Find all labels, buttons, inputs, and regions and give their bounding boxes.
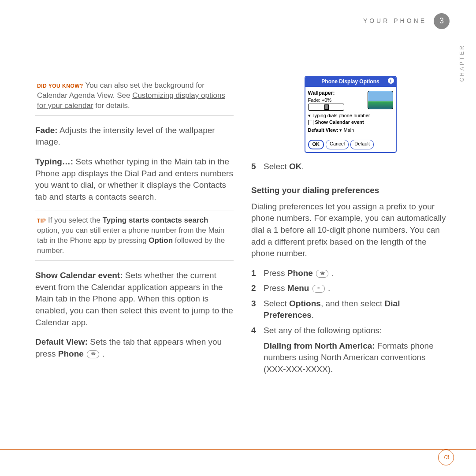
dyk-trail: for details. <box>95 101 130 110</box>
option-dna: Dialing from North America: Formats phon… <box>264 340 450 376</box>
s1-t2: . <box>329 268 334 278</box>
tip-box: TIP If you select the Typing starts cont… <box>35 211 234 261</box>
section-heading: Setting your dialing preferences <box>251 185 450 197</box>
phone-key-icon: ☎ <box>316 270 328 278</box>
fade-slider[interactable] <box>308 104 344 111</box>
chapter-number-badge: 3 <box>434 13 450 29</box>
dialog-title-bar: Phone Display Options i <box>305 77 396 87</box>
show-calendar-checkbox[interactable]: Show Calendar event <box>308 119 393 126</box>
cancel-button[interactable]: Cancel <box>326 140 349 149</box>
default-view-value[interactable]: Main <box>344 127 354 133</box>
phone-key-icon: ☎ <box>87 350 99 358</box>
step-4: 4 Set any of the following options: <box>251 325 450 337</box>
s2-b1: Menu <box>287 283 309 293</box>
chapter-side-label: CHAPTER <box>458 44 466 82</box>
right-column: Phone Display Options i Wallpaper: Fade:… <box>251 76 450 379</box>
s3-t1: Select <box>264 299 289 308</box>
typing-term: Typing…: <box>35 157 73 166</box>
step-num-4: 4 <box>251 325 257 337</box>
step-num-2: 2 <box>251 283 257 294</box>
step-num-1: 1 <box>251 268 257 279</box>
step5-t2: . <box>302 162 304 171</box>
s1-t1: Press <box>264 268 287 278</box>
showcal-paragraph: Show Calendar event: Sets whether the cu… <box>35 270 234 328</box>
s3-t2: , and then select <box>321 299 385 308</box>
showcal-term: Show Calendar event: <box>35 271 123 280</box>
header-title: YOUR PHONE <box>363 17 427 26</box>
wallpaper-label: Wallpaper: <box>308 89 344 97</box>
tip-b1: Typing starts contacts search <box>103 216 208 224</box>
step-2: 2 Press Menu ≡ . <box>251 283 450 294</box>
step-num-5: 5 <box>251 161 257 173</box>
show-calendar-label: Show Calendar event <box>315 119 364 125</box>
fade-label: Fade: <box>308 97 320 103</box>
step-num-3: 3 <box>251 298 257 321</box>
dialog-title: Phone Display Options <box>321 78 379 85</box>
defview-b1: Phone <box>58 349 84 358</box>
did-you-know-box: DID YOU KNOW? You can also set the backg… <box>35 76 234 116</box>
manual-page: YOUR PHONE 3 CHAPTER DID YOU KNOW? You c… <box>0 0 476 476</box>
s2-t2: . <box>326 283 331 293</box>
dialing-pref-intro: Dialing preferences let you assign a pre… <box>251 201 450 260</box>
defview-t2: . <box>100 349 105 358</box>
ok-button[interactable]: OK <box>308 140 324 149</box>
fade-desc: Adjusts the intensity level of the wallp… <box>35 126 215 147</box>
tip-b2: Option <box>149 236 173 245</box>
fade-paragraph: Fade: Adjusts the intensity level of the… <box>35 125 234 148</box>
s1-b1: Phone <box>287 268 313 278</box>
page-header: YOUR PHONE 3 <box>363 13 450 29</box>
step5-t1: Select <box>264 162 289 171</box>
typing-paragraph: Typing…: Sets whether typing in the Main… <box>35 156 234 203</box>
page-number: 73 <box>438 450 454 465</box>
checkbox-icon <box>308 120 313 125</box>
info-icon[interactable]: i <box>388 78 394 84</box>
fade-value: +0% <box>322 97 331 103</box>
phone-display-options-dialog: Phone Display Options i Wallpaper: Fade:… <box>305 76 397 153</box>
tip-t1: If you select the <box>48 216 103 224</box>
default-view-label: Default View: <box>308 127 338 133</box>
step5-b1: OK <box>289 162 302 171</box>
s3-t3: . <box>312 310 314 320</box>
s2-t1: Press <box>264 283 287 293</box>
defview-paragraph: Default View: Sets the tab that appears … <box>35 336 234 360</box>
left-column: DID YOU KNOW? You can also set the backg… <box>35 76 234 379</box>
wallpaper-thumbnail[interactable] <box>368 91 393 109</box>
tip-label: TIP <box>37 218 46 224</box>
step-1: 1 Press Phone ☎ . <box>251 268 450 279</box>
default-button[interactable]: Default <box>350 140 374 149</box>
default-view-row: Default View: ▾ Main <box>308 127 393 134</box>
typing-dropdown[interactable]: Typing dials phone number <box>308 112 393 119</box>
fade-term: Fade: <box>35 126 58 135</box>
footer-rule <box>0 449 476 450</box>
defview-term: Default View: <box>35 337 88 346</box>
s4-text: Set any of the following options: <box>264 325 450 337</box>
s3-b1: Options <box>289 299 321 308</box>
menu-key-icon: ≡ <box>312 285 325 293</box>
dna-term: Dialing from North America: <box>264 341 375 350</box>
step-3: 3 Select Options, and then select Dial P… <box>251 298 450 321</box>
step-5: 5 Select OK. <box>251 161 450 173</box>
dyk-label: DID YOU KNOW? <box>37 83 83 89</box>
